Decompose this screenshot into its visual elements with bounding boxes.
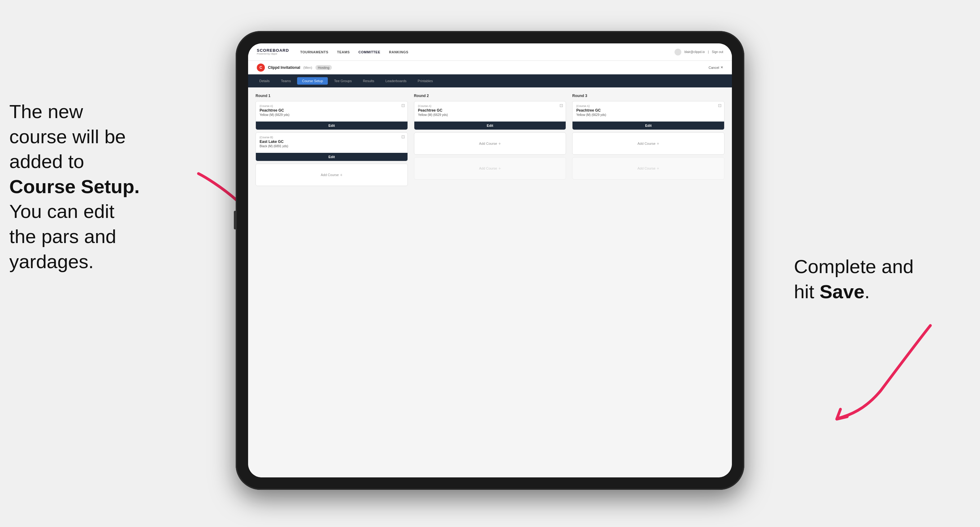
add-course-disabled-label-r2: Add Course	[479, 167, 497, 170]
add-icon-r2: +	[498, 141, 501, 146]
nav-rankings[interactable]: RANKINGS	[389, 50, 409, 54]
tab-tee-groups[interactable]: Tee Groups	[329, 77, 356, 85]
add-course-disabled-text-r3: Add Course +	[638, 166, 659, 171]
top-nav-links: TOURNAMENTS TEAMS COMMITTEE RANKINGS	[300, 50, 675, 54]
tab-details[interactable]: Details	[254, 77, 275, 85]
add-course-text-r2: Add Course +	[479, 141, 501, 146]
tournament-hosting: Hosting	[315, 65, 332, 70]
add-course-text-r1: Add Course +	[321, 172, 342, 177]
annotation-line2: course will be	[9, 126, 126, 147]
tournament-category: (Men)	[303, 66, 312, 70]
top-nav: SCOREBOARD Powered by clippd TOURNAMENTS…	[248, 43, 732, 61]
add-course-button-r2[interactable]: Add Course +	[414, 132, 566, 155]
round-3-column: Round 3 (Course A) Peachtree GC Yellow (…	[572, 94, 724, 189]
course-card-r2-a-inner: (Course A) Peachtree GC Yellow (M) (6629…	[414, 102, 566, 122]
course-name-r1-b: East Lake GC	[259, 140, 404, 144]
delete-button-r3-a[interactable]: ⊡	[718, 103, 722, 108]
course-card-r1-a: (Course A) Peachtree GC Yellow (M) (6629…	[256, 101, 408, 130]
add-course-label-r3: Add Course	[638, 142, 655, 145]
edit-button-r3-a[interactable]: Edit	[573, 122, 724, 130]
annotation-right: Complete and hit Save.	[794, 254, 961, 304]
course-card-r2-a: (Course A) Peachtree GC Yellow (M) (6629…	[414, 101, 566, 130]
add-course-text-r3: Add Course +	[638, 141, 659, 146]
course-tee-r1-b: Black (M) (6891 yds)	[259, 144, 404, 148]
round-2-column: Round 2 (Course A) Peachtree GC Yellow (…	[414, 94, 566, 189]
add-icon-r3: +	[657, 141, 659, 146]
add-course-disabled-r2: Add Course +	[414, 157, 566, 179]
round-1-column: Round 1 (Course A) Peachtree GC Yellow (…	[256, 94, 408, 189]
course-tee-r2-a: Yellow (M) (6629 yds)	[418, 113, 562, 117]
annotation-line3: added to	[9, 151, 84, 172]
logo-subtitle: Powered by clippd	[257, 52, 289, 56]
course-label-r2-a: (Course A)	[418, 105, 562, 108]
edit-button-r1-a[interactable]: Edit	[256, 122, 407, 130]
tablet-screen: SCOREBOARD Powered by clippd TOURNAMENTS…	[248, 43, 732, 478]
annotation-right-save: Save	[820, 281, 865, 302]
add-course-disabled-text-r2: Add Course +	[479, 166, 501, 171]
user-avatar	[675, 49, 681, 56]
delete-button-r1-b[interactable]: ⊡	[401, 135, 405, 139]
rounds-grid: Round 1 (Course A) Peachtree GC Yellow (…	[256, 94, 724, 189]
course-tee-r3-a: Yellow (M) (6629 yds)	[576, 113, 721, 117]
tab-teams[interactable]: Teams	[276, 77, 296, 85]
tournament-info: C Clippd Invitational (Men) Hosting	[257, 63, 332, 71]
logo-title: SCOREBOARD	[257, 48, 289, 52]
add-icon-disabled-r3: +	[657, 166, 659, 171]
course-name-r1-a: Peachtree GC	[259, 108, 404, 113]
tab-leaderboards[interactable]: Leaderboards	[380, 77, 412, 85]
scoreboard-logo: SCOREBOARD Powered by clippd	[257, 48, 289, 56]
course-card-r3-a: (Course A) Peachtree GC Yellow (M) (6629…	[572, 101, 724, 130]
tab-results[interactable]: Results	[358, 77, 379, 85]
course-tee-r1-a: Yellow (M) (6629 yds)	[259, 113, 404, 117]
course-card-inner-b: (Course B) East Lake GC Black (M) (6891 …	[256, 133, 407, 153]
tournament-bar: C Clippd Invitational (Men) Hosting Canc…	[248, 61, 732, 75]
nav-committee[interactable]: COMMITTEE	[358, 50, 380, 54]
annotation-line1: The new	[9, 101, 83, 122]
course-card-r3-a-inner: (Course A) Peachtree GC Yellow (M) (6629…	[573, 102, 724, 122]
annotation-line7: yardages.	[9, 251, 94, 272]
add-course-label-r2: Add Course	[479, 142, 497, 145]
nav-separator: |	[708, 50, 709, 54]
annotation-right-hit: hit	[794, 281, 820, 302]
course-label-r1-a: (Course A)	[259, 105, 404, 108]
annotation-right-line1: Complete and	[794, 256, 914, 277]
annotation-line6: the pars and	[9, 226, 116, 247]
annotation-line4-bold: Course Setup.	[9, 176, 140, 197]
sign-out-link[interactable]: Sign out	[712, 50, 723, 54]
annotation-right-line2: hit Save.	[794, 281, 870, 302]
cancel-label: Cancel	[709, 66, 719, 70]
main-content: Round 1 (Course A) Peachtree GC Yellow (…	[248, 87, 732, 478]
nav-tournaments[interactable]: TOURNAMENTS	[300, 50, 328, 54]
add-course-disabled-label-r3: Add Course	[638, 167, 655, 170]
tournament-logo: C	[257, 63, 265, 71]
tab-printables[interactable]: Printables	[413, 77, 438, 85]
tab-course-setup[interactable]: Course Setup	[297, 77, 328, 85]
round-2-title: Round 2	[414, 94, 566, 98]
add-icon-disabled-r2: +	[498, 166, 501, 171]
course-card-inner: (Course A) Peachtree GC Yellow (M) (6629…	[256, 102, 407, 122]
add-course-button-r1[interactable]: Add Course +	[256, 163, 408, 186]
add-course-label-r1: Add Course	[321, 173, 339, 177]
annotation-line5: You can edit	[9, 200, 115, 222]
nav-teams[interactable]: TEAMS	[337, 50, 350, 54]
add-course-button-r3[interactable]: Add Course +	[572, 132, 724, 155]
screen-content: SCOREBOARD Powered by clippd TOURNAMENTS…	[248, 43, 732, 478]
course-card-r1-b: (Course B) East Lake GC Black (M) (6891 …	[256, 132, 408, 161]
delete-button-r2-a[interactable]: ⊡	[560, 103, 563, 108]
tournament-name: Clippd Invitational	[268, 65, 300, 70]
course-label-r1-b: (Course B)	[259, 136, 404, 139]
user-email: blair@clippd.io	[684, 50, 705, 54]
cancel-button[interactable]: Cancel ✕	[709, 65, 723, 70]
sub-nav: Details Teams Course Setup Tee Groups Re…	[248, 75, 732, 87]
top-nav-right: blair@clippd.io | Sign out	[675, 49, 723, 56]
tablet-shell: SCOREBOARD Powered by clippd TOURNAMENTS…	[236, 31, 744, 490]
edit-button-r2-a[interactable]: Edit	[414, 122, 566, 130]
round-3-title: Round 3	[572, 94, 724, 98]
tablet-side-button[interactable]	[234, 211, 236, 229]
edit-button-r1-b[interactable]: Edit	[256, 153, 407, 161]
course-name-r2-a: Peachtree GC	[418, 108, 562, 113]
arrow-right-icon	[825, 316, 943, 422]
annotation-right-period: .	[865, 281, 870, 302]
delete-button-r1-a[interactable]: ⊡	[401, 103, 405, 108]
cancel-icon: ✕	[721, 65, 723, 70]
